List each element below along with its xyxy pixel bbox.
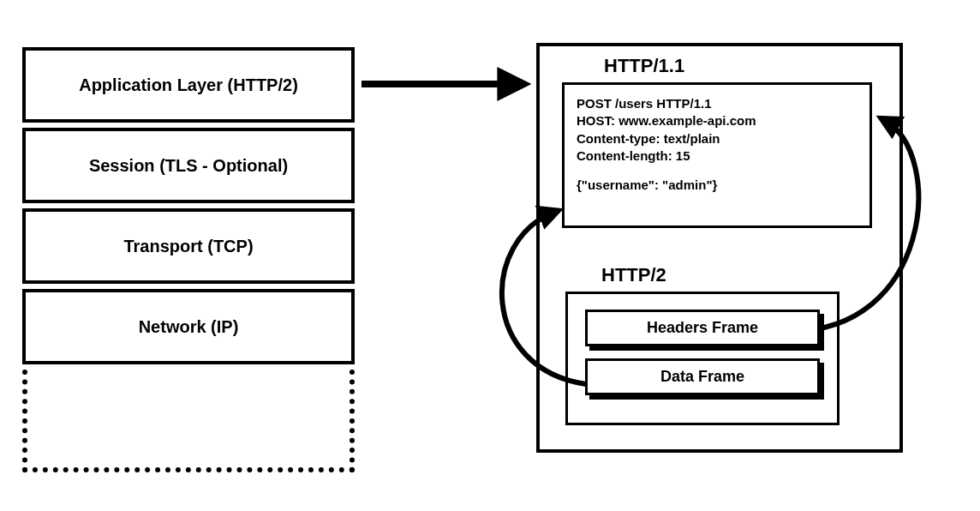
layer-application: Application Layer (HTTP/2): [22, 47, 355, 123]
layer-session: Session (TLS - Optional): [22, 128, 355, 203]
http11-content-type: Content-type: text/plain: [577, 130, 858, 147]
headers-frame-label: Headers Frame: [585, 310, 820, 346]
http11-content-length: Content-length: 15: [577, 147, 858, 165]
layer-label: Session (TLS - Optional): [89, 156, 288, 176]
http11-host-header: HOST: www.example-api.com: [577, 112, 858, 129]
layer-label: Network (IP): [139, 317, 239, 337]
layer-network: Network (IP): [22, 289, 355, 364]
data-frame-label: Data Frame: [585, 358, 820, 395]
headers-frame-box: Headers Frame: [585, 310, 820, 346]
layer-label: Application Layer (HTTP/2): [79, 75, 298, 95]
http2-frames-box: Headers Frame Data Frame: [565, 292, 840, 425]
layer-transport: Transport (TCP): [22, 208, 355, 284]
http2-heading: HTTP/2: [601, 264, 666, 286]
http11-request-box: POST /users HTTP/1.1 HOST: www.example-a…: [562, 82, 872, 228]
http11-heading: HTTP/1.1: [604, 55, 684, 77]
stack-continuation-dotted: [22, 370, 355, 472]
data-frame-box: Data Frame: [585, 358, 820, 395]
http11-body: {"username": "admin"}: [577, 177, 858, 194]
layer-label: Transport (TCP): [123, 237, 253, 256]
protocol-stack: Application Layer (HTTP/2) Session (TLS …: [22, 47, 355, 370]
http11-request-line: POST /users HTTP/1.1: [577, 95, 858, 112]
